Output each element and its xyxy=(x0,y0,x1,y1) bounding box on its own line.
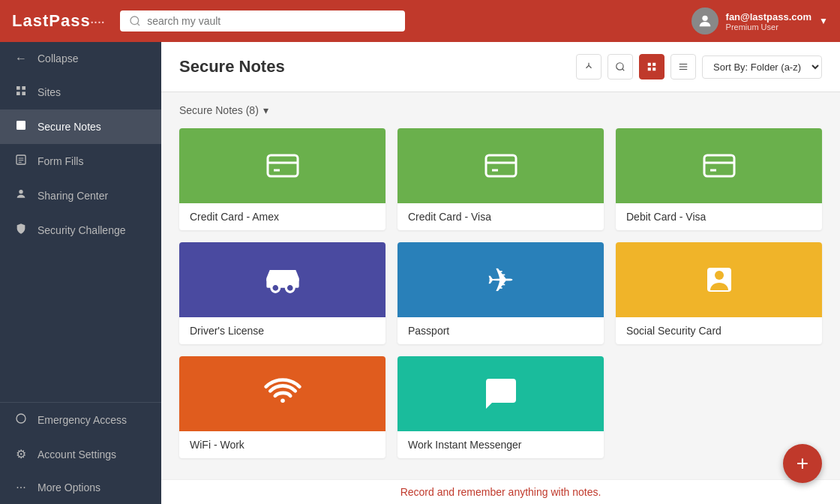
add-icon: + xyxy=(796,452,808,476)
svg-rect-30 xyxy=(486,155,516,176)
svg-rect-6 xyxy=(22,92,26,95)
svg-point-15 xyxy=(19,190,22,194)
sidebar-label-account-settings: Account Settings xyxy=(38,448,116,460)
user-email: fan@lastpass.com xyxy=(726,11,812,22)
filter-dropdown-icon[interactable]: ▾ xyxy=(263,104,268,116)
sidebar-item-form-fills[interactable]: Form Fills xyxy=(0,144,161,178)
note-icon-credit-visa xyxy=(398,128,604,203)
sidebar-item-emergency-access[interactable]: Emergency Access xyxy=(0,403,161,437)
svg-rect-33 xyxy=(704,155,734,176)
note-card-debit-visa[interactable]: Debit Card - Visa xyxy=(616,128,822,230)
chevron-down-icon: ▼ xyxy=(819,16,828,26)
user-info: fan@lastpass.com Premium User xyxy=(726,11,812,32)
sidebar-label-sharing-center: Sharing Center xyxy=(38,190,108,202)
sidebar-item-collapse[interactable]: ← Collapse xyxy=(0,42,161,75)
svg-point-40 xyxy=(280,399,285,404)
note-label-passport: Passport xyxy=(398,317,604,344)
filter-label[interactable]: Secure Notes (8) xyxy=(179,104,259,116)
collapse-icon: ← xyxy=(14,52,28,65)
sidebar-item-account-settings[interactable]: ⚙ Account Settings xyxy=(0,437,161,471)
content-header: Secure Notes Sort By: Folder xyxy=(161,42,840,92)
svg-rect-3 xyxy=(16,86,20,90)
note-icon-wifi-work xyxy=(179,356,386,431)
note-label-wifi-work: WiFi - Work xyxy=(179,431,386,458)
sidebar-item-more-options[interactable]: ··· More Options xyxy=(0,471,161,504)
sidebar-label-emergency-access: Emergency Access xyxy=(38,414,127,426)
emergency-access-icon xyxy=(14,412,28,428)
notes-grid: Credit Card - Amex Credit Card - Visa xyxy=(179,128,822,458)
grid-view-button[interactable] xyxy=(639,54,664,80)
toolbar: Sort By: Folder (a-z) xyxy=(576,54,822,80)
svg-rect-21 xyxy=(652,63,656,66)
sidebar-label-security-challenge: Security Challenge xyxy=(38,224,126,236)
note-card-wifi-work[interactable]: WiFi - Work xyxy=(179,356,386,458)
sidebar-item-sites[interactable]: Sites xyxy=(0,75,161,110)
svg-rect-4 xyxy=(22,86,26,90)
main-layout: ← Collapse Sites Secure Notes Form Fills xyxy=(0,42,840,504)
content-footer: Record and remember anything with notes. xyxy=(161,479,840,504)
sidebar-label-secure-notes: Secure Notes xyxy=(38,121,101,133)
logo-dots: ···· xyxy=(91,16,106,28)
content: Secure Notes Sort By: Folder xyxy=(161,42,840,504)
avatar xyxy=(692,8,718,34)
content-wrap: Secure Notes Sort By: Folder xyxy=(161,42,840,504)
add-button[interactable]: + xyxy=(783,444,822,483)
note-label-credit-amex: Credit Card - Amex xyxy=(179,203,386,230)
sidebar-item-security-challenge[interactable]: Security Challenge xyxy=(0,213,161,248)
scroll-top-button[interactable] xyxy=(576,54,602,80)
secure-notes-icon xyxy=(14,119,28,134)
note-icon-social-security xyxy=(616,242,822,317)
filter-bar: Secure Notes (8) ▾ xyxy=(179,104,822,116)
sidebar-label-collapse: Collapse xyxy=(38,52,78,64)
svg-rect-23 xyxy=(652,68,656,70)
note-label-drivers-license: Driver's License xyxy=(179,317,386,344)
svg-point-36 xyxy=(271,284,279,292)
user-role: Premium User xyxy=(726,22,812,32)
note-icon-work-messenger xyxy=(398,356,604,431)
note-icon-passport: ✈ xyxy=(398,242,604,317)
settings-icon: ⚙ xyxy=(14,447,28,461)
security-challenge-icon xyxy=(14,223,28,238)
user-menu[interactable]: fan@lastpass.com Premium User ▼ xyxy=(692,8,828,34)
list-view-button[interactable] xyxy=(670,54,696,80)
sidebar: ← Collapse Sites Secure Notes Form Fills xyxy=(0,42,161,504)
form-fills-icon xyxy=(14,154,28,169)
footer-text: Record and remember anything with notes. xyxy=(400,486,602,498)
note-label-social-security: Social Security Card xyxy=(616,317,822,344)
sidebar-label-form-fills: Form Fills xyxy=(38,155,83,167)
note-icon-debit-visa xyxy=(616,128,822,203)
search-toggle-button[interactable] xyxy=(608,54,633,80)
sidebar-item-secure-notes[interactable]: Secure Notes xyxy=(0,110,161,144)
search-icon xyxy=(129,15,141,27)
note-card-work-messenger[interactable]: Work Instant Messenger xyxy=(398,356,604,458)
svg-rect-11 xyxy=(16,155,26,164)
header: LastPass···· fan@lastpass.com Premium Us… xyxy=(0,0,840,42)
page-title: Secure Notes xyxy=(179,57,285,76)
search-input[interactable] xyxy=(147,15,396,27)
note-icon-credit-amex xyxy=(179,128,386,203)
svg-point-16 xyxy=(16,414,26,423)
note-card-drivers-license[interactable]: Driver's License xyxy=(179,242,386,344)
svg-point-0 xyxy=(130,16,139,25)
sharing-icon xyxy=(14,188,28,203)
sites-icon xyxy=(14,85,28,100)
note-card-credit-amex[interactable]: Credit Card - Amex xyxy=(179,128,386,230)
search-bar[interactable] xyxy=(120,10,405,32)
note-card-credit-visa[interactable]: Credit Card - Visa xyxy=(398,128,604,230)
note-card-social-security[interactable]: Social Security Card xyxy=(616,242,822,344)
svg-point-2 xyxy=(702,16,707,21)
note-icon-drivers-license xyxy=(179,242,386,317)
svg-point-37 xyxy=(286,284,294,292)
sidebar-item-sharing-center[interactable]: Sharing Center xyxy=(0,178,161,213)
sidebar-label-sites: Sites xyxy=(38,86,61,98)
svg-point-18 xyxy=(616,63,623,70)
sidebar-label-more-options: More Options xyxy=(38,482,100,494)
content-body: Secure Notes (8) ▾ Credit Card - Amex xyxy=(161,92,840,479)
sort-select[interactable]: Sort By: Folder (a-z) xyxy=(702,56,822,79)
svg-line-19 xyxy=(622,69,625,71)
svg-point-39 xyxy=(715,271,724,280)
note-card-passport[interactable]: ✈ Passport xyxy=(398,242,604,344)
svg-rect-5 xyxy=(16,92,20,95)
svg-rect-22 xyxy=(648,68,651,70)
sidebar-bottom: Emergency Access ⚙ Account Settings ··· … xyxy=(0,402,161,504)
